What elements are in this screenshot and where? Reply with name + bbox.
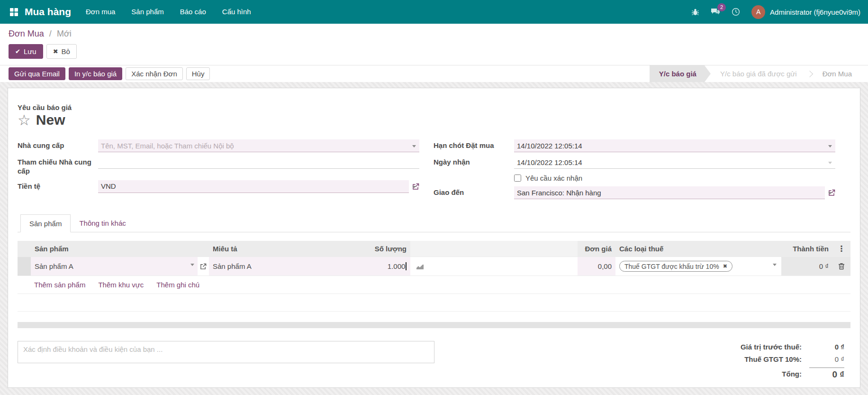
save-button[interactable]: ✔ Lưu xyxy=(9,44,43,59)
deliver-to-input[interactable] xyxy=(514,186,825,199)
line-add-links: Thêm sản phẩm Thêm khu vực Thêm ghi chú xyxy=(18,276,850,294)
form-sheet: Yêu cầu báo giá ☆ New Nhà cung cấp Tham … xyxy=(8,88,860,388)
row-drag-handle[interactable] xyxy=(18,257,31,276)
chevron-down-icon xyxy=(190,264,194,266)
tax-tag: Thuế GTGT được khấu trừ 10% ✖ xyxy=(619,261,732,272)
product-external-link-icon[interactable] xyxy=(198,257,209,276)
order-deadline-input[interactable] xyxy=(514,139,835,152)
notebook-tabs: Sản phẩm Thông tin khác xyxy=(18,214,850,232)
untaxed-amount-label: Giá trị trước thuế: xyxy=(741,343,802,351)
field-column-left: Nhà cung cấp Tham chiếu Nhà cung cấp Tiề… xyxy=(18,139,419,203)
user-avatar[interactable]: A xyxy=(751,5,765,19)
header-subtotal: Thành tiền xyxy=(781,241,832,257)
chevron-right-icon xyxy=(806,70,813,77)
print-rfq-button[interactable]: In y/c báo giá xyxy=(69,67,122,80)
breadcrumb-separator: / xyxy=(49,29,52,38)
table-header-row: Sản phẩm Miêu tả Số lượng Đơn giá Các lo… xyxy=(18,241,850,257)
header-product: Sản phẩm xyxy=(31,241,198,257)
remove-tax-icon[interactable]: ✖ xyxy=(723,263,727,269)
nav-item-cau-hinh[interactable]: Cấu hình xyxy=(214,0,259,24)
order-line-row: Sản phẩm A Sản phẩm A 1.000 0,00 Thuế GT… xyxy=(18,257,850,276)
close-icon: ✖ xyxy=(53,48,58,55)
nav-item-bao-cao[interactable]: Báo cáo xyxy=(172,0,214,24)
statusbar: Gửi qua Email In y/c báo giá Xác nhận Đơ… xyxy=(0,65,868,82)
description-cell[interactable]: Sản phẩm A xyxy=(209,257,367,276)
deliver-to-label: Giao đến xyxy=(434,186,514,197)
total-value: 0 ₫ xyxy=(809,367,844,380)
terms-notes-input[interactable] xyxy=(18,341,434,363)
header-quantity: Số lượng xyxy=(367,241,410,257)
horizontal-scrollbar[interactable] xyxy=(18,322,850,328)
chevron-down-icon xyxy=(773,264,777,266)
subtotal-cell: 0 ₫ xyxy=(781,257,832,276)
header-description: Miêu tả xyxy=(209,241,367,257)
breadcrumb-current: Mới xyxy=(57,29,72,38)
discard-button[interactable]: ✖ Bỏ xyxy=(46,44,77,59)
product-cell[interactable]: Sản phẩm A xyxy=(31,257,198,276)
order-lines-table: Sản phẩm Miêu tả Số lượng Đơn giá Các lo… xyxy=(18,241,850,312)
vendor-reference-input[interactable] xyxy=(98,156,419,169)
tax-amount-label: Thuế GTGT 10%: xyxy=(741,355,802,363)
vendor-label: Nhà cung cấp xyxy=(18,139,98,150)
vendor-input[interactable] xyxy=(98,139,419,152)
taxes-cell[interactable]: Thuế GTGT được khấu trừ 10% ✖ xyxy=(615,257,781,276)
text-cursor xyxy=(406,262,407,270)
activities-clock-icon[interactable] xyxy=(732,8,740,16)
quantity-cell[interactable]: 1.000 xyxy=(367,257,410,276)
breadcrumb-parent[interactable]: Đơn Mua xyxy=(9,29,44,38)
state-purchase-order[interactable]: Đơn Mua xyxy=(813,65,861,82)
header-taxes: Các loại thuế xyxy=(615,241,781,257)
optional-columns-icon[interactable]: ⋮ xyxy=(838,244,846,254)
header-unit-price: Đơn giá xyxy=(578,241,615,257)
form-background: Yêu cầu báo giá ☆ New Nhà cung cấp Tham … xyxy=(0,82,868,395)
receipt-date-input[interactable] xyxy=(514,156,835,169)
total-label: Tổng: xyxy=(741,367,802,380)
state-rfq[interactable]: Y/c báo giá xyxy=(650,65,711,82)
debug-bug-icon[interactable] xyxy=(691,8,699,16)
totals-summary: Giá trị trước thuế: 0 ₫ Thuế GTGT 10%: 0… xyxy=(741,343,844,380)
order-deadline-label: Hạn chót Đặt mua xyxy=(434,139,514,150)
form-subtitle: Yêu cầu báo giá xyxy=(18,103,850,111)
top-navbar: Mua hàng Đơn mua Sản phẩm Báo cáo Cấu hì… xyxy=(0,0,868,24)
field-column-right: Hạn chót Đặt mua Ngày nhận Yêu cầu xác n… xyxy=(434,139,835,203)
currency-input[interactable] xyxy=(98,180,409,193)
cancel-button[interactable]: Hủy xyxy=(186,67,210,80)
untaxed-amount-value: 0 ₫ xyxy=(809,343,844,351)
app-name[interactable]: Mua hàng xyxy=(25,6,71,18)
state-rfq-sent[interactable]: Y/c báo giá đã được gửi xyxy=(711,65,806,82)
nav-item-san-pham[interactable]: Sản phẩm xyxy=(123,0,172,24)
user-menu[interactable]: Administrator (fj6nyue0vi9m) xyxy=(770,8,860,16)
breadcrumb: Đơn Mua / Mới xyxy=(9,29,868,39)
deliver-to-external-link-icon[interactable] xyxy=(828,189,835,196)
currency-external-link-icon[interactable] xyxy=(412,183,419,190)
tax-amount-value: 0 ₫ xyxy=(809,355,844,363)
unit-price-cell[interactable]: 0,00 xyxy=(578,257,615,276)
tab-san-pham[interactable]: Sản phẩm xyxy=(20,214,71,232)
currency-label: Tiền tệ xyxy=(18,180,98,191)
send-by-email-button[interactable]: Gửi qua Email xyxy=(9,67,65,80)
confirmation-label: Yêu cầu xác nhận xyxy=(525,174,582,182)
document-title: New xyxy=(36,112,65,128)
favorite-star-icon[interactable]: ☆ xyxy=(18,113,31,128)
control-panel: Đơn Mua / Mới ✔ Lưu ✖ Bỏ xyxy=(0,24,868,65)
state-pipeline: Y/c báo giá Y/c báo giá đã được gửi Đơn … xyxy=(650,65,861,82)
table-empty-area xyxy=(18,294,850,312)
vendor-reference-label: Tham chiếu Nhà cung cấp xyxy=(18,156,98,176)
add-section-link[interactable]: Thêm khu vực xyxy=(98,281,144,289)
check-icon: ✔ xyxy=(15,48,20,55)
receipt-date-label: Ngày nhận xyxy=(434,156,514,167)
confirm-order-button[interactable]: Xác nhận Đơn xyxy=(126,67,183,80)
message-count-badge: 2 xyxy=(717,3,726,11)
add-note-link[interactable]: Thêm ghi chú xyxy=(156,281,199,289)
apps-menu-icon[interactable] xyxy=(6,0,22,24)
confirmation-checkbox[interactable] xyxy=(514,175,521,182)
tab-thong-tin-khac[interactable]: Thông tin khác xyxy=(71,214,134,232)
delete-line-icon[interactable] xyxy=(838,263,845,270)
messages-icon[interactable]: 2 xyxy=(711,8,720,16)
add-product-link[interactable]: Thêm sản phẩm xyxy=(34,281,85,289)
nav-item-don-mua[interactable]: Đơn mua xyxy=(78,0,123,24)
forecast-chart-icon[interactable] xyxy=(416,263,424,270)
